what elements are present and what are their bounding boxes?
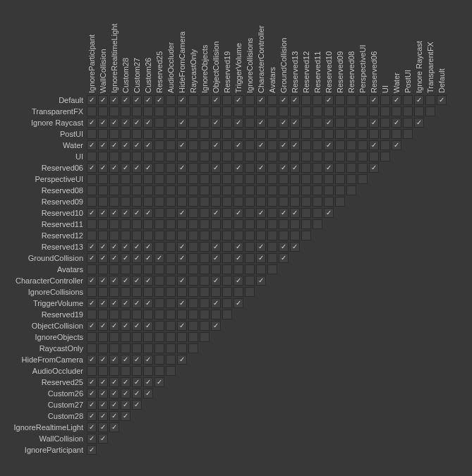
checkbox-groundcollision-custom27[interactable]: [132, 253, 142, 263]
checkbox-reserved09-ignoreparticipant[interactable]: [87, 197, 97, 207]
checkbox-custom27-wallcollision[interactable]: [98, 400, 108, 410]
checkbox-default-ui[interactable]: [380, 95, 390, 105]
checkbox-ignore-raycast-charactercontroller[interactable]: [256, 118, 266, 128]
checkbox-transparentfx-triggervolume[interactable]: [234, 106, 243, 116]
checkbox-ignore-raycast-hidefromcamera[interactable]: [177, 118, 187, 128]
checkbox-postui-reserved13[interactable]: [290, 129, 300, 139]
checkbox-reserved09-reserved10[interactable]: [324, 197, 334, 207]
checkbox-groundcollision-hidefromcamera[interactable]: [177, 253, 187, 263]
checkbox-groundcollision-triggervolume[interactable]: [234, 253, 243, 263]
checkbox-water-custom28[interactable]: [121, 140, 131, 150]
checkbox-water-reserved09[interactable]: [335, 140, 345, 150]
checkbox-reserved12-ignorecollisions[interactable]: [245, 231, 255, 240]
checkbox-reserved09-reserved12[interactable]: [301, 197, 311, 207]
checkbox-water-reserved10[interactable]: [324, 140, 334, 150]
checkbox-reserved11-hidefromcamera[interactable]: [177, 219, 187, 229]
checkbox-ui-ui[interactable]: [380, 152, 390, 161]
checkbox-reserved19-ignoreobjects[interactable]: [200, 310, 210, 319]
checkbox-postui-reserved10[interactable]: [324, 129, 334, 139]
checkbox-reserved06-reserved25[interactable]: [155, 163, 164, 173]
checkbox-default-avatars[interactable]: [267, 95, 277, 105]
checkbox-postui-perspectiveui[interactable]: [358, 129, 368, 139]
checkbox-reserved09-reserved11[interactable]: [313, 197, 322, 207]
checkbox-custom27-custom28[interactable]: [121, 400, 131, 410]
checkbox-charactercontroller-triggervolume[interactable]: [234, 276, 243, 286]
checkbox-reserved12-avatars[interactable]: [267, 231, 277, 240]
checkbox-objectcollision-objectcollision[interactable]: [211, 321, 221, 331]
checkbox-charactercontroller-charactercontroller[interactable]: [256, 276, 266, 286]
checkbox-reserved13-ignoreobjects[interactable]: [200, 242, 210, 252]
checkbox-default-reserved25[interactable]: [155, 95, 164, 105]
checkbox-postui-groundcollision[interactable]: [279, 129, 289, 139]
checkbox-ignoreobjects-ignoreobjects[interactable]: [200, 332, 210, 342]
checkbox-perspectiveui-audiooccluder[interactable]: [166, 174, 176, 184]
checkbox-ui-reserved09[interactable]: [335, 152, 345, 161]
checkbox-raycastonly-hidefromcamera[interactable]: [177, 343, 187, 353]
checkbox-ignore-raycast-objectcollision[interactable]: [211, 118, 221, 128]
checkbox-reserved06-reserved12[interactable]: [301, 163, 311, 173]
checkbox-reserved11-reserved11[interactable]: [313, 219, 322, 229]
checkbox-avatars-charactercontroller[interactable]: [256, 264, 266, 274]
checkbox-postui-wallcollision[interactable]: [98, 129, 108, 139]
checkbox-reserved06-reserved10[interactable]: [324, 163, 334, 173]
checkbox-reserved06-hidefromcamera[interactable]: [177, 163, 187, 173]
checkbox-perspectiveui-raycastonly[interactable]: [188, 174, 198, 184]
checkbox-reserved06-ignorerealtimelight[interactable]: [109, 163, 119, 173]
checkbox-postui-avatars[interactable]: [267, 129, 277, 139]
checkbox-reserved25-custom26[interactable]: [143, 377, 153, 387]
checkbox-reserved06-charactercontroller[interactable]: [256, 163, 266, 173]
checkbox-charactercontroller-custom26[interactable]: [143, 276, 153, 286]
checkbox-ignore-raycast-reserved06[interactable]: [369, 118, 379, 128]
checkbox-reserved09-ignorerealtimelight[interactable]: [109, 197, 119, 207]
checkbox-reserved10-raycastonly[interactable]: [188, 208, 198, 218]
checkbox-reserved19-reserved25[interactable]: [155, 310, 164, 319]
checkbox-ignorecollisions-raycastonly[interactable]: [188, 287, 198, 297]
checkbox-perspectiveui-ignoreobjects[interactable]: [200, 174, 210, 184]
checkbox-ui-reserved19[interactable]: [222, 152, 232, 161]
checkbox-ignoreobjects-raycastonly[interactable]: [188, 332, 198, 342]
checkbox-reserved19-ignoreparticipant[interactable]: [87, 310, 97, 319]
checkbox-ui-custom27[interactable]: [132, 152, 142, 161]
checkbox-perspectiveui-reserved10[interactable]: [324, 174, 334, 184]
checkbox-ignore-raycast-triggervolume[interactable]: [234, 118, 243, 128]
checkbox-triggervolume-audiooccluder[interactable]: [166, 298, 176, 308]
checkbox-ui-reserved11[interactable]: [313, 152, 322, 161]
checkbox-raycastonly-audiooccluder[interactable]: [166, 343, 176, 353]
checkbox-ignorecollisions-ignorerealtimelight[interactable]: [109, 287, 119, 297]
checkbox-ignorecollisions-reserved25[interactable]: [155, 287, 164, 297]
checkbox-reserved13-groundcollision[interactable]: [279, 242, 289, 252]
checkbox-reserved09-audiooccluder[interactable]: [166, 197, 176, 207]
checkbox-postui-custom26[interactable]: [143, 129, 153, 139]
checkbox-triggervolume-wallcollision[interactable]: [98, 298, 108, 308]
checkbox-reserved11-objectcollision[interactable]: [211, 219, 221, 229]
checkbox-raycastonly-custom28[interactable]: [121, 343, 131, 353]
checkbox-transparentfx-avatars[interactable]: [267, 106, 277, 116]
checkbox-ui-ignorecollisions[interactable]: [245, 152, 255, 161]
checkbox-custom28-custom28[interactable]: [121, 411, 131, 421]
checkbox-default-default[interactable]: [437, 95, 447, 105]
checkbox-transparentfx-reserved10[interactable]: [324, 106, 334, 116]
checkbox-transparentfx-custom28[interactable]: [121, 106, 131, 116]
checkbox-reserved09-reserved25[interactable]: [155, 197, 164, 207]
checkbox-ignore-raycast-reserved08[interactable]: [346, 118, 356, 128]
checkbox-reserved13-audiooccluder[interactable]: [166, 242, 176, 252]
checkbox-charactercontroller-ignoreparticipant[interactable]: [87, 276, 97, 286]
checkbox-ignorecollisions-custom27[interactable]: [132, 287, 142, 297]
checkbox-ignore-raycast-reserved10[interactable]: [324, 118, 334, 128]
checkbox-reserved19-reserved19[interactable]: [222, 310, 232, 319]
checkbox-groundcollision-avatars[interactable]: [267, 253, 277, 263]
checkbox-transparentfx-custom26[interactable]: [143, 106, 153, 116]
checkbox-charactercontroller-raycastonly[interactable]: [188, 276, 198, 286]
checkbox-groundcollision-groundcollision[interactable]: [279, 253, 289, 263]
checkbox-ignoreobjects-audiooccluder[interactable]: [166, 332, 176, 342]
checkbox-reserved08-reserved13[interactable]: [290, 185, 300, 195]
checkbox-transparentfx-transparentfx[interactable]: [425, 106, 435, 116]
checkbox-reserved13-custom28[interactable]: [121, 242, 131, 252]
checkbox-default-ignoreparticipant[interactable]: [87, 95, 97, 105]
checkbox-reserved11-ignorerealtimelight[interactable]: [109, 219, 119, 229]
checkbox-avatars-custom28[interactable]: [121, 264, 131, 274]
checkbox-reserved10-avatars[interactable]: [267, 208, 277, 218]
checkbox-charactercontroller-ignoreobjects[interactable]: [200, 276, 210, 286]
checkbox-perspectiveui-reserved09[interactable]: [335, 174, 345, 184]
checkbox-triggervolume-custom27[interactable]: [132, 298, 142, 308]
